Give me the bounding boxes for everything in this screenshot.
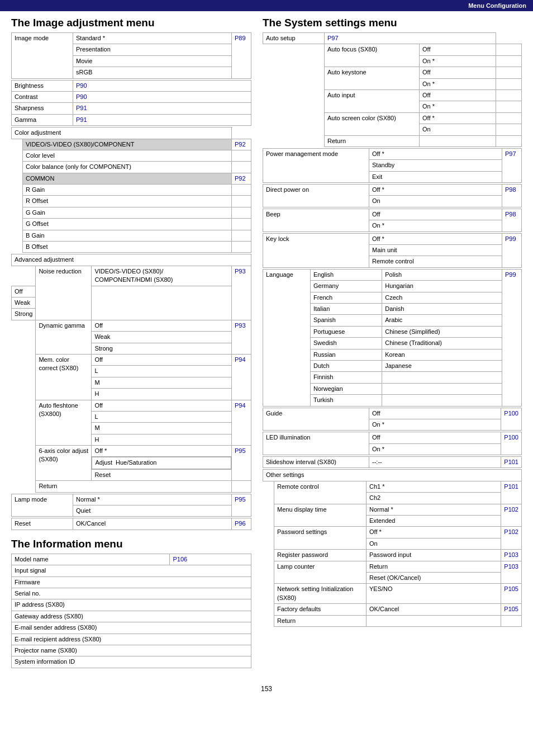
contrast-ref: P90: [73, 91, 251, 102]
six-ref: P95: [232, 446, 251, 481]
flesh-ref: P94: [232, 400, 251, 446]
lamp-mode-label: Lamp mode: [12, 494, 73, 517]
key-lock-ref: P99: [502, 233, 522, 267]
password-on: On: [367, 538, 501, 549]
color-balance-label: Color balance (only for COMPONENT): [23, 162, 232, 173]
password-off: Off *: [367, 527, 501, 538]
direct-power-ref: P98: [502, 185, 522, 207]
firmware-label: Firmware: [12, 577, 251, 588]
network-setting-label: Network setting Initialization (SX80): [274, 584, 367, 604]
guide-off: Off: [369, 408, 501, 419]
table-row: G Offset: [12, 219, 251, 230]
image-mode-label: Image mode: [12, 33, 73, 79]
factory-defaults-label: Factory defaults: [274, 604, 367, 615]
email-sender-label: E-mail sender address (SX80): [12, 622, 251, 634]
spacer: [12, 139, 23, 150]
table-row: Firmware: [12, 577, 251, 588]
b-gain-label: B Gain: [23, 230, 232, 241]
password-settings-ref: P102: [501, 527, 522, 550]
power-mgmt-label: Power management mode: [263, 148, 369, 182]
image-mode-table: Image mode Standard * P89 Presentation M…: [11, 32, 251, 79]
g-gain-label: G Gain: [23, 207, 232, 218]
dynamic-weak: Weak: [92, 332, 232, 343]
sharpness-label: Sharpness: [12, 103, 73, 114]
table-row: Password settings Off * P102: [263, 527, 522, 538]
lang-italian: Italian: [311, 303, 382, 314]
table-row: Menu display time Normal * P102: [263, 504, 522, 515]
led-on-star: On *: [369, 443, 501, 455]
lamp-normal: Normal *: [73, 494, 232, 505]
register-password-ref: P103: [501, 550, 522, 561]
beep-ref: P98: [502, 209, 522, 231]
guide-on-star: On *: [369, 419, 501, 430]
noise-off: Off: [12, 286, 36, 297]
auto-screen-on: On: [420, 124, 496, 135]
table-row: R Offset: [12, 196, 251, 207]
factory-defaults-value: OK/Cancel: [367, 604, 501, 615]
table-row: System information ID: [12, 656, 251, 668]
flesh-m: M: [92, 423, 232, 434]
gateway-label: Gateway address (SX80): [12, 611, 251, 622]
slideshow-table: Slideshow interval (SX80) --:-- P101: [263, 456, 522, 468]
auto-screen-off: Off *: [420, 112, 496, 124]
ip-address-label: IP address (SX80): [12, 599, 251, 611]
network-setting-ref: P105: [501, 584, 522, 604]
model-name-label: Model name: [12, 554, 170, 565]
guide-ref: P100: [501, 408, 522, 431]
table-row: Guide Off P100: [263, 408, 522, 419]
advanced-adjustment-label: Advanced adjustment: [12, 254, 251, 266]
g-offset-label: G Offset: [23, 219, 232, 230]
led-table: LED illumination Off P100 On *: [263, 432, 522, 455]
lang-spanish: Spanish: [311, 315, 382, 326]
table-row: Gateway address (SX80): [12, 611, 251, 622]
table-row: Serial no.: [12, 588, 251, 599]
power-off-star: Off *: [369, 148, 502, 159]
table-row: Auto input Off: [263, 89, 522, 101]
lamp-counter-ref: P103: [501, 561, 522, 584]
key-lock-label: Key lock: [263, 233, 369, 267]
image-mode-standard: Standard *: [73, 33, 232, 44]
six-adjust-hue: Adjust Hue/Saturation: [92, 457, 231, 469]
network-setting-value: YES/NO: [367, 584, 501, 604]
dynamic-ref: P93: [232, 320, 251, 354]
table-row: Dynamic gamma Off P93: [12, 320, 251, 331]
table-row: Auto fleshtone (SX800) Off P94: [12, 400, 251, 411]
adjust-label: Adjust: [95, 459, 112, 467]
menu-extended: Extended: [367, 516, 501, 527]
noise-strong: Strong: [12, 309, 36, 320]
video-component-label: VIDEO/S-VIDEO (SX80)/COMPONENT: [23, 139, 232, 150]
table-row: VIDEO/S-VIDEO (SX80)/COMPONENT P92: [12, 139, 251, 150]
noise-ref: P93: [232, 266, 251, 320]
projector-name-label: Projector name (SX80): [12, 645, 251, 656]
header-label: Menu Configuration: [468, 2, 526, 9]
remote-ref: P101: [501, 481, 522, 504]
image-mode-presentation: Presentation: [73, 44, 232, 55]
table-row: Return: [263, 615, 522, 626]
table-row: LED illumination Off P100: [263, 432, 522, 443]
lang-dutch: Dutch: [311, 360, 382, 371]
common-label: COMMON: [23, 173, 232, 184]
lang-germany: Germany: [311, 281, 382, 292]
table-row: Network setting Initialization (SX80) YE…: [263, 584, 522, 604]
lang-empty2: [382, 383, 502, 394]
table-row: Auto keystone Off: [263, 67, 522, 78]
register-password-value: Password input: [367, 550, 501, 561]
key-lock-remote: Remote control: [369, 256, 502, 267]
table-row: Slideshow interval (SX80) --:-- P101: [263, 457, 522, 468]
right-column: The System settings menu Auto setup P97 …: [263, 17, 522, 668]
auto-setup-table: Auto setup P97 Auto focus (SX80) Off On …: [263, 32, 522, 147]
factory-defaults-ref: P105: [501, 604, 522, 615]
table-row: Mem. color correct (SX80) Off P94: [12, 354, 251, 365]
table-row: B Gain: [12, 230, 251, 241]
auto-focus-on: On *: [420, 55, 496, 67]
lang-finnish: Finnish: [311, 372, 382, 383]
key-lock-table: Key lock Off * P99 Main unit Remote cont…: [263, 233, 522, 268]
table-row: R Gain: [12, 185, 251, 196]
table-row: Sharpness P91: [12, 103, 251, 114]
table-row: Lamp counter Return P103: [263, 561, 522, 572]
advanced-adjustment-table: Advanced adjustment Noise reduction VIDE…: [11, 254, 251, 492]
page-header: Menu Configuration: [0, 0, 533, 11]
direct-power-off: Off *: [369, 185, 502, 196]
auto-setup-return: Return: [325, 135, 420, 147]
lang-hungarian: Hungarian: [382, 281, 502, 292]
